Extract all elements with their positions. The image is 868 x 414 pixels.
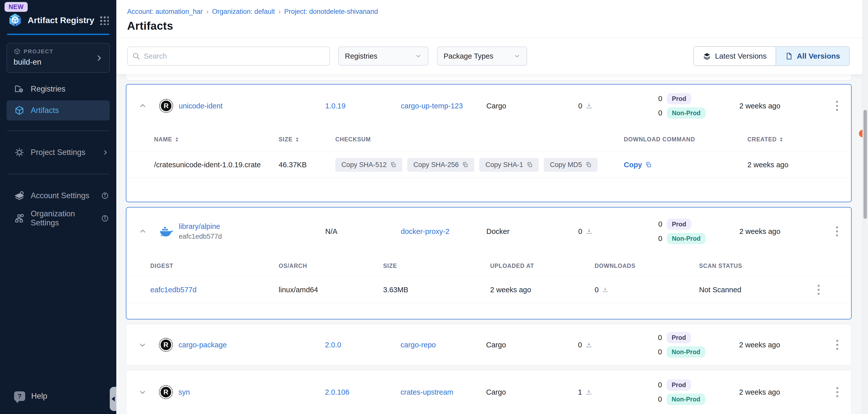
collapse-chevron-up-icon[interactable] — [138, 101, 147, 110]
column-header-name[interactable]: NAME — [154, 136, 279, 143]
new-badge: NEW — [4, 2, 28, 12]
prod-badge: Prod — [666, 379, 691, 391]
sidebar-item-registries[interactable]: Registries — [0, 79, 116, 99]
column-header-created[interactable]: CREATED — [747, 136, 851, 143]
artifact-list: unicode-ident 1.0.19 cargo-up-temp-123 C… — [116, 74, 868, 414]
registries-folder-icon — [14, 84, 25, 94]
app-switcher-grid-icon[interactable] — [99, 15, 109, 25]
sidebar-item-label: Project Settings — [31, 148, 96, 157]
created-at: 2 weeks ago — [739, 228, 806, 236]
nonprod-badge: Non-Prod — [666, 346, 705, 358]
digest-link[interactable]: eafc1edb577d — [150, 286, 196, 294]
sidebar-item-account-settings[interactable]: Account Settings — [0, 184, 116, 207]
kebab-menu-icon[interactable] — [835, 225, 840, 238]
collapse-chevron-up-icon[interactable] — [138, 227, 147, 236]
toolbar: Registries Package Types — [116, 38, 868, 74]
latest-versions-label: Latest Versions — [715, 52, 767, 60]
files-table-header: NAME SIZE CHECKSUM DOWNLOAD COMMAND CR — [126, 127, 851, 152]
artifact-registry-link[interactable]: cargo-repo — [401, 341, 436, 349]
scan-status: Not Scanned — [699, 286, 816, 294]
breadcrumb-organization-link[interactable]: Organization: default — [212, 8, 275, 15]
copy-sha512-button[interactable]: Copy SHA-512 — [335, 158, 402, 172]
os-arch: linux/amd64 — [279, 286, 383, 294]
sidebar-item-project-settings[interactable]: Project Settings — [0, 141, 116, 164]
column-header-uploaded-at: UPLOADED AT — [490, 263, 595, 269]
breadcrumb-separator: › — [206, 7, 209, 15]
expand-chevron-down-icon[interactable] — [138, 340, 147, 349]
app-root: NEW Artifact Registry — [0, 0, 868, 414]
copy-icon — [462, 162, 468, 168]
versions-view-segmented-control: Latest Versions All Versions — [693, 46, 849, 66]
copy-sha256-button[interactable]: Copy SHA-256 — [407, 158, 474, 172]
artifact-name-link[interactable]: unicode-ident — [179, 102, 222, 110]
prod-badge: Prod — [667, 218, 691, 230]
package-type: Cargo — [486, 102, 578, 110]
copy-icon — [586, 162, 592, 168]
artifact-name-link[interactable]: syn — [179, 388, 190, 396]
artifact-row[interactable]: library/alpine eafc1edb577d N/A docker-p… — [126, 207, 851, 255]
artifact-card-library-alpine: library/alpine eafc1edb577d N/A docker-p… — [126, 207, 851, 319]
artifact-row[interactable]: syn 2.0.106 crates-upstream Cargo 1 0 — [126, 370, 851, 414]
sidebar-item-organization-settings[interactable]: Organization Settings — [0, 207, 116, 230]
sidebar-item-artifacts[interactable]: Artifacts — [6, 100, 110, 120]
sidebar-collapse-handle[interactable] — [110, 387, 116, 411]
prod-count: 0 — [656, 95, 662, 103]
vertical-scrollbar[interactable] — [863, 0, 868, 414]
download-count: 0 — [578, 228, 582, 236]
artifact-name-link[interactable]: library/alpine — [179, 222, 222, 231]
org-chart-gear-icon — [14, 213, 25, 223]
brand-underline — [7, 34, 109, 35]
all-versions-button[interactable]: All Versions — [776, 47, 849, 65]
package-type: Cargo — [486, 388, 578, 396]
sidebar-divider — [7, 131, 109, 131]
sidebar: NEW Artifact Registry — [0, 0, 116, 414]
registries-filter-dropdown[interactable]: Registries — [338, 46, 429, 66]
column-header-digest: DIGEST — [150, 263, 279, 269]
nonprod-badge: Non-Prod — [666, 393, 705, 405]
artifact-registry-link[interactable]: docker-proxy-2 — [401, 228, 450, 235]
copy-sha1-button[interactable]: Copy SHA-1 — [479, 158, 539, 172]
artifact-name-link[interactable]: cargo-package — [179, 341, 227, 349]
expand-chevron-down-icon[interactable] — [138, 388, 147, 396]
copy-md5-button[interactable]: Copy MD5 — [544, 158, 598, 172]
artifact-digest: eafc1edb577d — [179, 233, 222, 240]
breadcrumb-project-link[interactable]: Project: donotdelete-shivanand — [284, 8, 378, 15]
artifact-registry-link[interactable]: crates-upstream — [401, 388, 454, 396]
kebab-menu-icon[interactable] — [835, 99, 840, 112]
prod-badge: Prod — [667, 93, 691, 104]
artifact-version-link[interactable]: 2.0.106 — [325, 388, 349, 396]
latest-versions-button[interactable]: Latest Versions — [694, 47, 776, 65]
help-chat-icon — [14, 391, 25, 401]
uploaded-at: 2 weeks ago — [490, 286, 595, 294]
kebab-menu-icon[interactable] — [835, 386, 840, 399]
download-count: 0 — [578, 102, 582, 110]
image-size: 3.63MB — [383, 286, 490, 294]
download-icon — [586, 103, 592, 109]
gear-icon — [14, 147, 25, 158]
artifact-row[interactable]: cargo-package 2.0.0 cargo-repo Cargo 0 0 — [126, 324, 851, 365]
info-icon — [101, 214, 109, 222]
artifact-version-link[interactable]: 1.0.19 — [325, 102, 346, 110]
column-header-size[interactable]: SIZE — [279, 136, 335, 143]
artifact-version-link[interactable]: 2.0.0 — [325, 341, 341, 349]
all-versions-label: All Versions — [797, 52, 840, 60]
breadcrumb-account-link[interactable]: Account: automation_har — [127, 8, 203, 15]
copy-icon — [645, 162, 652, 168]
app-title: Artifact Registry — [28, 15, 99, 25]
project-selector[interactable]: PROJECT build-en — [6, 43, 110, 73]
sort-icon — [295, 137, 299, 142]
kebab-menu-icon[interactable] — [835, 338, 840, 351]
search-box — [127, 46, 330, 66]
prod-count: 0 — [656, 220, 662, 229]
versions-table-header: DIGEST OS/ARCH SIZE UPLOADED AT DOWNLOAD… — [126, 255, 851, 277]
chevron-right-icon — [102, 149, 109, 156]
copy-download-command-button[interactable]: Copy — [624, 161, 747, 169]
artifact-registry-link[interactable]: cargo-up-temp-123 — [401, 102, 463, 110]
download-count: 1 — [578, 388, 582, 396]
artifact-row[interactable]: unicode-ident 1.0.19 cargo-up-temp-123 C… — [126, 84, 851, 127]
search-input[interactable] — [127, 46, 330, 66]
help-button[interactable]: Help — [0, 386, 116, 407]
package-types-filter-dropdown[interactable]: Package Types — [437, 46, 527, 66]
kebab-menu-icon[interactable] — [816, 283, 851, 296]
scrollbar-thumb[interactable] — [864, 110, 867, 219]
